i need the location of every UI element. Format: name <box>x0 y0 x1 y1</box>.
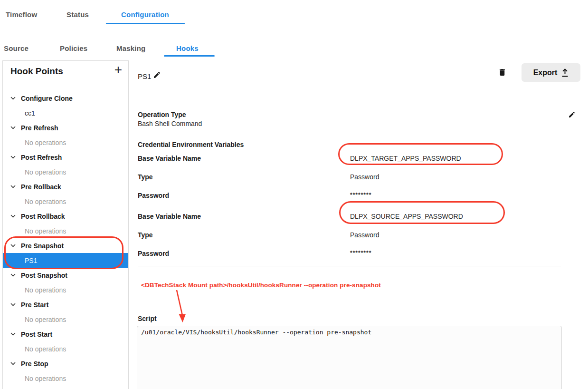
field-row-password-1: Password ******** <box>138 192 562 200</box>
delete-hook-icon[interactable] <box>498 67 507 78</box>
field-row-type-1: Type Password <box>138 173 562 182</box>
export-button[interactable]: Export <box>522 63 580 82</box>
hook-group-configure-clone[interactable]: Configure Clone <box>3 91 128 106</box>
edit-title-icon[interactable] <box>153 71 161 79</box>
hook-points-title: Hook Points <box>10 66 63 77</box>
hook-item-empty: No operations <box>3 371 128 386</box>
chevron-down-icon <box>10 185 16 188</box>
chevron-down-icon <box>10 273 16 277</box>
add-hook-icon[interactable]: + <box>114 62 122 78</box>
edit-operation-icon[interactable] <box>568 111 576 118</box>
hook-group-post-snapshot[interactable]: Post Snapshot <box>3 268 128 282</box>
annotation-text: <DBTechStack Mount path>/hooksUtil/hooks… <box>141 282 381 289</box>
hook-item-empty: No operations <box>3 224 128 238</box>
tab-timeflow[interactable]: Timeflow <box>6 10 37 19</box>
tab-hooks[interactable]: Hooks <box>176 44 199 52</box>
operation-type-label: Operation Type <box>138 111 186 118</box>
field-value: DLPX_SOURCE_APPS_PASSWORD <box>350 213 463 220</box>
divider <box>138 151 561 151</box>
upload-icon <box>561 68 569 77</box>
field-label: Type <box>138 231 153 239</box>
field-value-masked: ******** <box>350 250 371 256</box>
hook-points-list: Configure Clone cc1 Pre Refresh No opera… <box>3 91 128 389</box>
chevron-down-icon <box>10 156 16 159</box>
hook-group-label: Pre Rollback <box>21 183 61 191</box>
field-label: Type <box>138 173 153 181</box>
hook-group-label: Pre Refresh <box>21 124 58 132</box>
field-row-base-variable-1: Base Variable Name DLPX_TARGET_APPS_PASS… <box>138 155 562 163</box>
field-label: Base Variable Name <box>138 213 201 220</box>
divider <box>138 209 561 209</box>
active-subtab-indicator <box>164 55 215 57</box>
chevron-down-icon <box>10 97 16 100</box>
active-tab-indicator <box>106 23 185 24</box>
chevron-down-icon <box>10 244 16 247</box>
hook-group-pre-start[interactable]: Pre Start <box>3 297 128 312</box>
hook-group-post-stop[interactable]: Post Stop <box>3 386 128 389</box>
hook-title: PS1 <box>138 72 151 80</box>
chevron-down-icon <box>10 303 16 306</box>
hook-group-label: Pre Start <box>21 301 48 309</box>
hook-group-pre-stop[interactable]: Pre Stop <box>3 356 128 371</box>
hook-group-pre-snapshot[interactable]: Pre Snapshot <box>3 238 128 253</box>
divider <box>138 266 561 266</box>
hook-group-label: Pre Snapshot <box>21 242 64 250</box>
hook-item-empty: No operations <box>3 135 128 150</box>
hook-group-label: Configure Clone <box>21 95 73 102</box>
chevron-down-icon <box>10 332 16 336</box>
hook-group-label: Post Rollback <box>21 213 65 220</box>
field-value: DLPX_TARGET_APPS_PASSWORD <box>350 155 461 162</box>
hook-item-empty: No operations <box>3 194 128 209</box>
field-label: Password <box>138 192 169 199</box>
hook-item-empty: No operations <box>3 341 128 356</box>
hook-group-pre-rollback[interactable]: Pre Rollback <box>3 179 128 194</box>
tab-policies[interactable]: Policies <box>60 44 87 52</box>
field-value-masked: ******** <box>350 192 371 198</box>
chevron-down-icon <box>10 214 16 218</box>
field-row-base-variable-2: Base Variable Name DLPX_SOURCE_APPS_PASS… <box>138 213 562 221</box>
field-value: Password <box>350 173 379 181</box>
hook-group-post-refresh[interactable]: Post Refresh <box>3 150 128 165</box>
field-label: Base Variable Name <box>138 155 201 162</box>
credentials-header: Credential Environment Variables <box>138 141 244 148</box>
chevron-down-icon <box>10 362 16 365</box>
operation-type-value: Bash Shell Command <box>138 120 202 127</box>
hook-item-empty: No operations <box>3 312 128 327</box>
chevron-down-icon <box>10 126 16 129</box>
field-row-password-2: Password ******** <box>138 250 562 258</box>
hook-group-pre-refresh[interactable]: Pre Refresh <box>3 120 128 135</box>
hook-item-empty: No operations <box>3 165 128 179</box>
hook-points-panel: Hook Points + Configure Clone cc1 Pre Re… <box>2 60 129 389</box>
field-value: Password <box>350 231 379 239</box>
script-textarea[interactable]: /u01/oracle/VIS/hooksUtil/hooksRunner --… <box>137 326 562 389</box>
field-label: Password <box>138 250 169 257</box>
tab-status[interactable]: Status <box>66 10 89 19</box>
hook-group-label: Post Snapshot <box>21 272 67 279</box>
hook-group-label: Post Refresh <box>21 154 62 161</box>
tab-masking[interactable]: Masking <box>116 44 145 52</box>
tab-source[interactable]: Source <box>4 44 28 52</box>
script-label: Script <box>138 315 157 322</box>
hook-group-label: Post Start <box>21 331 52 338</box>
hook-item-empty: No operations <box>3 282 128 297</box>
hook-group-post-start[interactable]: Post Start <box>3 327 128 341</box>
export-button-label: Export <box>533 68 558 77</box>
tab-configuration[interactable]: Configuration <box>121 10 169 19</box>
field-row-type-2: Type Password <box>138 231 562 240</box>
annotation-arrow <box>170 288 191 325</box>
hook-group-label: Pre Stop <box>21 360 48 368</box>
hook-group-post-rollback[interactable]: Post Rollback <box>3 209 128 224</box>
hook-item-ps1-selected[interactable]: PS1 <box>3 253 128 268</box>
hook-item-cc1[interactable]: cc1 <box>3 106 128 120</box>
